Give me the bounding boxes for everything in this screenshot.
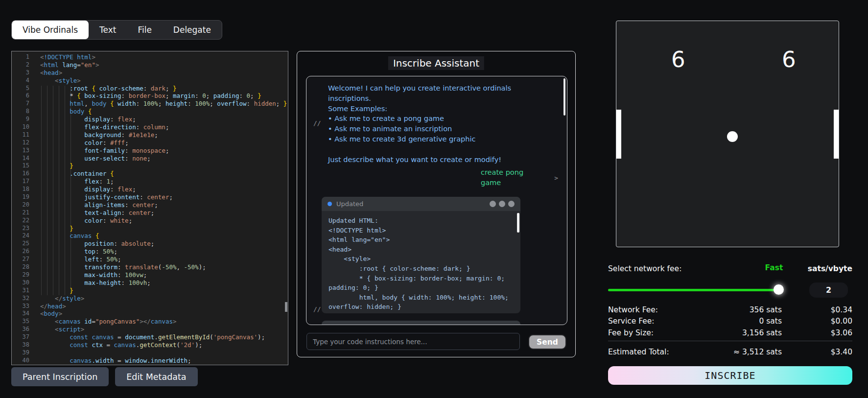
estimated-total-usd: $3.40 — [831, 348, 852, 356]
pong-score-right: 6 — [782, 47, 796, 72]
dot-icon — [499, 201, 505, 207]
assistant-title: Inscribe Assistant — [388, 56, 484, 70]
fee-by-size-label: Fee by Size: — [608, 328, 654, 337]
vibe-ordinals-app: Vibe Ordinals Text File Delegate 1<!DOCT… — [0, 0, 868, 398]
footer-buttons: Parent Inscription Edit Metadata — [11, 367, 198, 386]
fee-divider — [608, 341, 852, 341]
partial-next-block — [322, 321, 520, 325]
pong-ball — [727, 131, 738, 142]
editor-scrollbar-thumb[interactable] — [285, 302, 287, 312]
assistant-message-marker: // — [313, 119, 321, 127]
assistant-message-marker: // — [313, 305, 321, 313]
fee-slider-thumb[interactable] — [774, 284, 784, 295]
tab-delegate[interactable]: Delegate — [163, 21, 222, 39]
code-block-dots[interactable] — [490, 201, 515, 207]
updated-code-block: Updated Updated HTML: <!DOCTYPE html> <h… — [322, 197, 520, 313]
estimated-total-row: Estimated Total: ≈ 3,512 sats $3.40 — [608, 348, 852, 358]
estimated-total-sats: ≈ 3,512 sats — [733, 348, 782, 356]
inscription-preview[interactable]: 6 6 — [616, 21, 839, 247]
inscribe-button[interactable]: INSCRIBE — [608, 366, 852, 385]
dot-icon — [490, 201, 496, 207]
tab-vibe-ordinals[interactable]: Vibe Ordinals — [12, 21, 89, 39]
chat-messages[interactable]: // Welcome! I can help you create intera… — [306, 76, 567, 325]
tab-text[interactable]: Text — [89, 21, 127, 39]
fee-section: Select network fee: Fast sats/vbyte 2 Ne… — [608, 259, 852, 398]
user-message-marker: > — [554, 174, 558, 182]
fee-by-size-row: Fee by Size: 3,156 sats $3.06 — [608, 328, 852, 339]
code-block-status: Updated — [336, 200, 363, 208]
pong-paddle-right — [834, 110, 839, 159]
fee-slider-track[interactable] — [608, 289, 781, 291]
editor-lines: 1<!DOCTYPE html>2<html lang="en">3<head>… — [12, 53, 288, 365]
service-fee-usd: $0.00 — [831, 317, 852, 326]
network-fee-usd: $0.34 — [831, 305, 852, 314]
edit-metadata-button[interactable]: Edit Metadata — [115, 367, 197, 386]
estimated-total-label: Estimated Total: — [608, 348, 669, 356]
code-block-content: Updated HTML: <!DOCTYPE html> <html lang… — [322, 211, 520, 313]
sats-vbyte-label: sats/vbyte — [808, 264, 852, 273]
fee-by-size-usd: $3.06 — [831, 328, 852, 337]
fee-by-size-sats: 3,156 sats — [742, 328, 782, 337]
code-editor[interactable]: 1<!DOCTYPE html>2<html lang="en">3<head>… — [11, 51, 288, 365]
dot-icon — [508, 201, 515, 207]
network-fee-row: Network Fee: 356 sats $0.34 — [608, 305, 852, 316]
tab-file[interactable]: File — [127, 21, 162, 39]
messages-scrollbar-thumb[interactable] — [563, 78, 565, 116]
service-fee-row: Service Fee: 0 sats $0.00 — [608, 317, 852, 328]
send-button[interactable]: Send — [528, 334, 566, 350]
fee-rate-value: 2 — [809, 282, 848, 298]
user-message: create pong game — [481, 167, 536, 188]
assistant-welcome-message: Welcome! I can help you create interacti… — [328, 83, 543, 164]
chat-input[interactable] — [306, 333, 520, 350]
service-fee-label: Service Fee: — [608, 317, 655, 326]
status-dot-icon — [328, 202, 332, 206]
parent-inscription-button[interactable]: Parent Inscription — [11, 367, 109, 386]
network-fee-sats: 356 sats — [750, 305, 782, 314]
code-block-header[interactable]: Updated — [322, 197, 520, 211]
service-fee-sats: 0 sats — [759, 317, 782, 326]
code-block-scrollbar-thumb[interactable] — [517, 213, 519, 233]
tab-bar: Vibe Ordinals Text File Delegate — [11, 20, 222, 40]
select-network-fee-label: Select network fee: — [608, 264, 681, 273]
network-fee-label: Network Fee: — [608, 305, 658, 314]
fee-speed-label: Fast — [754, 263, 794, 272]
inscribe-assistant-panel: Inscribe Assistant // Welcome! I can hel… — [297, 51, 576, 357]
pong-paddle-left — [616, 110, 621, 159]
pong-score-left: 6 — [671, 47, 685, 72]
